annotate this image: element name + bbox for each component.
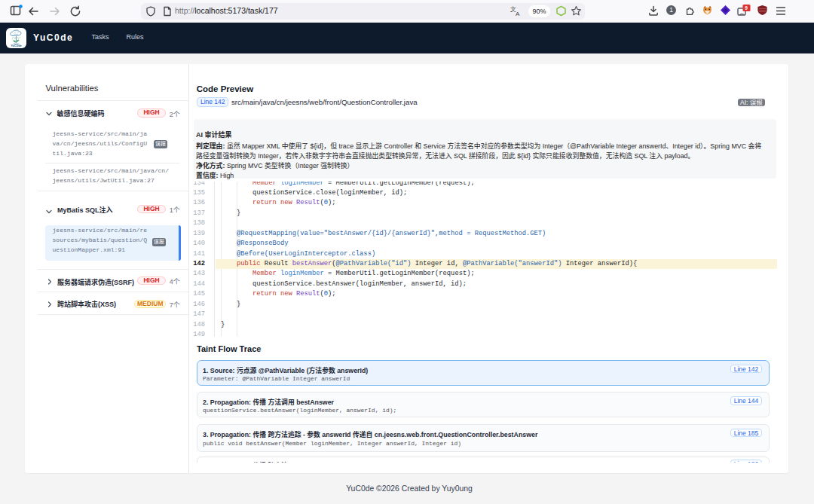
svg-text:YuC0de: YuC0de [11,44,22,47]
svg-text:9: 9 [745,5,748,11]
svg-text:A: A [516,11,520,17]
